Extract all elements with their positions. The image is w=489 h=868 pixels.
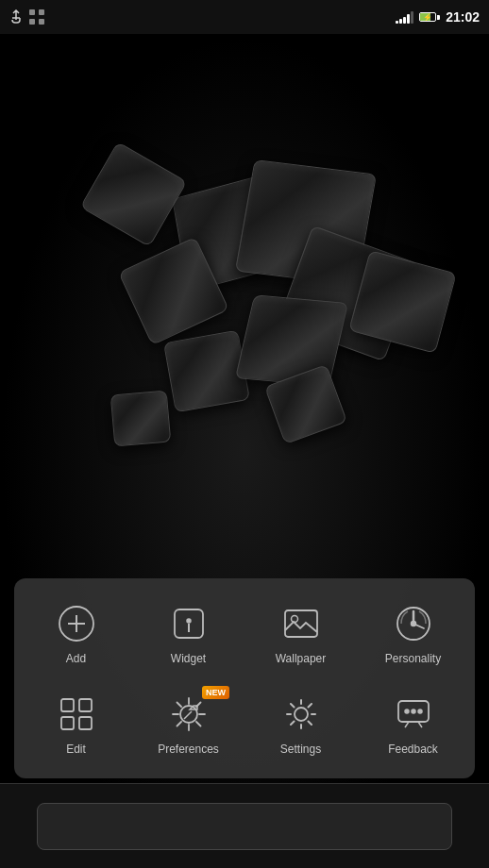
widget-icon	[166, 601, 211, 646]
svg-point-22	[412, 709, 415, 713]
menu-item-settings[interactable]: Settings	[246, 680, 355, 767]
svg-rect-2	[29, 19, 35, 25]
menu-panel: Add Widget Wallpaper	[14, 578, 475, 778]
svg-rect-15	[79, 699, 92, 711]
edit-icon	[54, 692, 99, 737]
menu-item-widget[interactable]: Widget	[134, 590, 243, 676]
menu-item-preferences[interactable]: NEW Preferences	[134, 680, 243, 767]
menu-item-wallpaper[interactable]: Wallpaper	[246, 590, 355, 676]
edit-label: Edit	[66, 743, 86, 756]
svg-point-11	[291, 616, 297, 623]
settings-label: Settings	[280, 743, 321, 756]
signal-bars	[396, 10, 413, 24]
menu-item-personality[interactable]: Personality	[359, 590, 467, 676]
ice-cube-9	[110, 390, 172, 446]
feedback-label: Feedback	[388, 743, 438, 756]
svg-point-13	[411, 622, 415, 626]
add-label: Add	[66, 652, 86, 665]
add-icon	[54, 601, 99, 646]
settings-icon	[278, 692, 324, 737]
widget-label: Widget	[171, 652, 206, 665]
usb-icon	[9, 9, 23, 25]
svg-rect-16	[61, 717, 74, 729]
new-badge: NEW	[202, 686, 229, 699]
svg-rect-14	[61, 699, 74, 711]
wallpaper-image	[56, 109, 433, 506]
status-bar-right: ⚡ 21:02	[396, 9, 480, 25]
svg-point-19	[295, 708, 308, 721]
ice-cube-8	[80, 142, 188, 247]
status-bar: ⚡ 21:02	[0, 0, 489, 34]
status-time: 21:02	[446, 9, 480, 25]
status-bar-left	[9, 8, 45, 25]
app-icon	[28, 8, 45, 25]
feedback-icon	[391, 692, 436, 737]
menu-item-edit[interactable]: Edit	[22, 680, 130, 767]
wallpaper-icon	[278, 601, 324, 646]
bottom-bar	[0, 783, 489, 868]
svg-rect-3	[39, 19, 44, 25]
menu-item-add[interactable]: Add	[22, 590, 130, 676]
ice-cube-6	[235, 294, 348, 386]
svg-rect-17	[79, 717, 92, 729]
svg-point-8	[187, 619, 191, 623]
preferences-label: Preferences	[158, 743, 219, 756]
svg-rect-0	[29, 9, 35, 15]
personality-icon	[391, 601, 436, 646]
svg-point-23	[418, 709, 422, 713]
svg-rect-1	[39, 9, 44, 15]
personality-label: Personality	[385, 652, 441, 665]
menu-item-feedback[interactable]: Feedback	[359, 680, 467, 767]
svg-rect-10	[285, 610, 317, 637]
wallpaper-label: Wallpaper	[276, 652, 327, 665]
bottom-handle	[37, 803, 452, 850]
battery-icon: ⚡	[419, 12, 440, 22]
svg-point-21	[405, 709, 409, 713]
